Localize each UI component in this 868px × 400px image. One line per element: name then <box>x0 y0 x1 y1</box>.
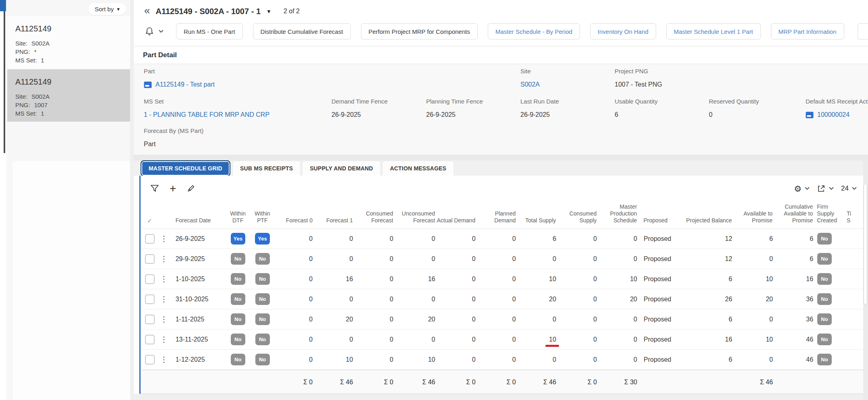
left-scrollbar[interactable] <box>0 0 6 400</box>
cell-forecast_1: 20 <box>313 309 353 329</box>
site-label: Site: <box>15 40 27 47</box>
perform-project-mrp-button[interactable]: Perform Project MRP for Components <box>361 23 478 39</box>
badge-within_ptf: No <box>255 273 270 285</box>
left-scrollbar-thumb[interactable] <box>4 11 5 153</box>
total-empty <box>773 370 813 394</box>
cell-planned_demand: 0 <box>476 309 516 329</box>
cell-consumed_forecast: 0 <box>353 249 393 269</box>
cell-forecast_1: 10 <box>313 350 353 369</box>
clipped-toolbar-button[interactable] <box>858 23 868 39</box>
badge-firm_supply_created: No <box>817 293 832 305</box>
bell-icon[interactable] <box>145 27 154 36</box>
default-ms-receipt-link[interactable]: 100000024 <box>806 111 868 118</box>
right-scrollbar-thumb[interactable] <box>864 184 867 305</box>
row-checkbox[interactable] <box>145 254 155 264</box>
total-total_supply: Σ 46 <box>516 370 556 394</box>
row-checkbox[interactable] <box>145 335 155 344</box>
row-checkbox[interactable] <box>145 274 155 284</box>
right-scrollbar[interactable] <box>863 160 868 400</box>
run-ms-one-part-button[interactable]: Run MS - One Part <box>176 23 243 39</box>
column-header-master_production_schedule[interactable]: Master Production Schedule <box>597 201 637 228</box>
field-label: Site <box>520 68 540 75</box>
column-header-consumed_supply[interactable]: Consumed Supply <box>556 201 597 228</box>
column-header-unconsumed_forecast[interactable]: Unconsumed Forecast <box>393 201 435 228</box>
row-menu-button[interactable]: ⋮ <box>157 330 170 349</box>
row-menu-button[interactable]: ⋮ <box>157 249 170 269</box>
distribute-cumulative-forecast-button[interactable]: Distribute Cumulative Forecast <box>253 23 351 39</box>
column-header-available_to_promise[interactable]: Available to Promise <box>732 201 773 228</box>
column-header-actual_demand[interactable]: Actual Demand <box>435 201 475 228</box>
column-header-cumulative_available_to_promise[interactable]: Cumulative Available to Promise <box>773 201 813 228</box>
part-link[interactable]: A1125149 - Test part <box>144 81 215 88</box>
list-item-title: A1125149 <box>15 24 130 33</box>
row-checkbox[interactable] <box>145 234 155 244</box>
cell-consumed_supply: 0 <box>556 330 597 349</box>
field-project-png: Project PNG 1007 - Test PNG <box>615 68 662 88</box>
tab-supply-and-demand[interactable]: SUPPLY AND DEMAND <box>302 161 380 176</box>
cell-cumulative_available_to_promise: 6 <box>773 249 813 269</box>
column-header-proposed[interactable]: Proposed <box>637 201 683 228</box>
edit-icon[interactable] <box>186 184 195 193</box>
record-position: 2 of 2 <box>284 8 300 15</box>
field-part: Part A1125149 - Test part <box>144 68 215 88</box>
row-checkbox[interactable] <box>145 355 155 365</box>
column-header-forecast_0[interactable]: Forecast 0 <box>275 201 313 228</box>
cell-total_supply: 0 <box>516 309 556 329</box>
cell-forecast_date: 1-11-2025 <box>170 309 226 329</box>
filter-icon[interactable] <box>150 184 159 193</box>
tab-action-messages[interactable]: ACTION MESSAGES <box>383 161 454 176</box>
column-header-planned_demand[interactable]: Planned Demand <box>475 201 516 228</box>
total-empty <box>637 370 683 394</box>
column-header-forecast_date[interactable]: Forecast Date <box>170 201 226 228</box>
total-consumed_supply: Σ 0 <box>556 370 597 394</box>
cell-cumulative_available_to_promise: 46 <box>773 350 813 369</box>
row-menu-button[interactable]: ⋮ <box>157 269 170 289</box>
cell-consumed_forecast: 0 <box>353 269 393 289</box>
column-header-projected_balance[interactable]: Projected Balance <box>683 201 732 228</box>
cell-planned_demand: 0 <box>476 229 516 249</box>
master-schedule-by-period-button[interactable]: Master Schedule - By Period <box>488 23 580 39</box>
badge-within_ptf: No <box>255 313 270 325</box>
column-header-total_supply[interactable]: Total Supply <box>516 201 556 228</box>
mrp-part-information-button[interactable]: MRP Part Information <box>771 23 844 39</box>
cell-projected_balance: 6 <box>683 350 732 369</box>
row-checkbox[interactable] <box>145 315 155 324</box>
field-label: Reserved Quantity <box>709 98 759 105</box>
column-header-consumed_forecast[interactable]: Consumed Forecast <box>353 201 393 228</box>
column-header-firm_supply_created[interactable]: Firm Supply Created <box>813 201 837 228</box>
grid-settings-button[interactable]: ⚙ <box>794 184 810 193</box>
page-background <box>134 394 868 400</box>
row-menu-button[interactable]: ⋮ <box>157 350 170 369</box>
sort-by-button[interactable]: Sort by ▾ <box>88 3 126 15</box>
tab-master-schedule-grid[interactable]: MASTER SCHEDULE GRID <box>141 160 230 176</box>
row-checkbox[interactable] <box>145 294 155 304</box>
settings-caret-icon <box>805 187 810 190</box>
tab-sub-ms-receipts[interactable]: SUB MS RECEIPTS <box>233 161 300 176</box>
cell-consumed_supply: 0 <box>556 269 597 289</box>
cell-forecast_1: 0 <box>313 289 353 309</box>
row-menu-button[interactable]: ⋮ <box>157 289 170 309</box>
list-item-part-1[interactable]: A1125149 Site:S002A PNG:* MS Set:1 <box>7 16 130 68</box>
field-planning-time-fence: Planning Time Fence 26-9-2025 <box>426 98 483 118</box>
page-size-selector[interactable]: 24 <box>841 184 857 193</box>
row-menu-button[interactable]: ⋮ <box>157 309 170 329</box>
list-item-part-2-selected[interactable]: A1125149 Site:S002A PNG:1007 MS Set:1 <box>7 69 130 122</box>
cell-firm_supply_created: No <box>813 309 837 329</box>
column-header-forecast_1[interactable]: Forecast 1 <box>313 201 353 228</box>
master-schedule-level-1-part-button[interactable]: Master Schedule Level 1 Part <box>666 23 761 39</box>
add-row-icon[interactable]: + <box>170 183 176 194</box>
ms-set-link[interactable]: 1 - PLANNING TABLE FOR MRP AND CRP <box>144 111 269 118</box>
title-caret-icon[interactable]: ▼ <box>266 8 271 15</box>
cell-consumed_forecast: 0 <box>353 330 393 349</box>
column-header-within_ptf[interactable]: Within PTF <box>250 201 275 228</box>
bell-caret-icon[interactable] <box>159 30 164 33</box>
cell-firm_supply_created: No <box>813 330 837 349</box>
cell-projected_balance: 26 <box>683 289 732 309</box>
inventory-on-hand-button[interactable]: Inventory On Hand <box>590 23 656 39</box>
export-button[interactable] <box>817 184 834 193</box>
site-link[interactable]: S002A <box>520 81 540 88</box>
row-menu-button[interactable]: ⋮ <box>157 229 170 249</box>
cell-unconsumed_forecast: 0 <box>393 249 435 269</box>
collapse-panel-icon[interactable]: « <box>144 5 150 16</box>
column-header-within_dtf[interactable]: Within DTF <box>226 201 250 228</box>
